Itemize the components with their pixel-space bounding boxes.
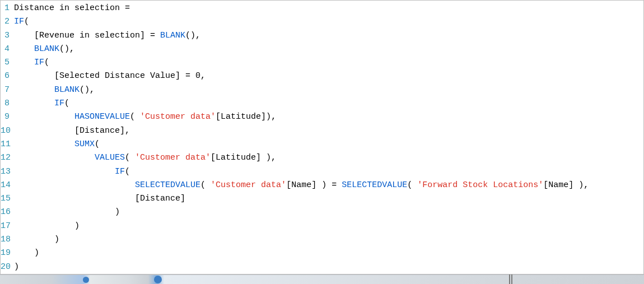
code-token: (),: [80, 85, 95, 95]
map-marker-icon: [83, 277, 89, 283]
code-token: SUMX: [74, 139, 95, 149]
line-number: 19: [1, 246, 10, 260]
code-token: VALUES: [95, 153, 125, 162]
line-number: 5: [1, 56, 10, 69]
code-line[interactable]: SUMX(: [14, 138, 643, 151]
code-token: (: [407, 180, 417, 190]
code-line[interactable]: [Selected Distance Value] = 0,: [14, 69, 643, 83]
line-number: 16: [1, 206, 10, 219]
code-token: ): [14, 262, 19, 272]
line-number: 3: [1, 29, 10, 43]
code-token: BLANK: [54, 85, 80, 95]
code-token: ): [54, 235, 59, 244]
code-token: (: [125, 153, 135, 162]
code-token: 'Forward Stock Locations': [417, 180, 543, 190]
code-token: ): [74, 221, 80, 231]
line-number: 7: [1, 83, 10, 97]
code-token: IF: [14, 17, 24, 26]
divider-bar: [511, 274, 512, 284]
code-token: 0: [195, 71, 200, 81]
line-number: 12: [1, 151, 10, 165]
code-line[interactable]: Distance in selection =: [14, 2, 643, 15]
code-token: (: [130, 112, 140, 122]
code-token: (: [200, 180, 211, 190]
code-line[interactable]: SELECTEDVALUE( 'Customer data'[Name] ) =…: [14, 179, 643, 192]
code-line[interactable]: ): [14, 246, 643, 260]
code-line[interactable]: ): [14, 233, 643, 246]
line-number: 10: [1, 124, 10, 138]
code-line[interactable]: VALUES( 'Customer data'[Latitude] ),: [14, 151, 643, 165]
code-line[interactable]: ): [14, 220, 643, 233]
code-token: 'Customer data': [211, 180, 286, 190]
code-line[interactable]: ): [14, 206, 643, 219]
code-token: (: [24, 17, 29, 26]
line-number: 14: [1, 179, 10, 192]
code-token: IF: [34, 58, 44, 67]
code-token: Distance in selection =: [14, 3, 130, 13]
line-number: 15: [1, 192, 10, 206]
line-number: 20: [1, 260, 10, 274]
code-token: [Revenue in selection] =: [34, 31, 160, 40]
line-number: 18: [1, 233, 10, 246]
code-token: [Selected Distance Value] =: [54, 71, 195, 81]
code-token: ,: [200, 71, 206, 81]
code-line[interactable]: ): [14, 260, 643, 274]
line-number: 9: [1, 110, 10, 124]
code-token: (: [125, 167, 130, 176]
code-line[interactable]: IF(: [14, 15, 643, 29]
code-content-area[interactable]: Distance in selection =IF( [Revenue in s…: [12, 1, 643, 274]
code-line[interactable]: IF(: [14, 97, 643, 110]
code-token: [Latitude]),: [216, 112, 276, 122]
line-number: 4: [1, 43, 10, 56]
code-token: 'Customer data': [140, 112, 216, 122]
line-number: 2: [1, 15, 10, 29]
divider-bar: [509, 274, 510, 284]
background-footer-strip: [0, 274, 644, 284]
code-token: BLANK: [34, 44, 59, 54]
line-number-gutter: 1234567891011121314151617181920: [1, 1, 12, 274]
code-token: SELECTEDVALUE: [342, 180, 407, 190]
code-token: (: [44, 58, 49, 67]
code-token: 'Customer data': [135, 153, 211, 162]
line-number: 6: [1, 69, 10, 83]
code-token: ): [34, 248, 39, 258]
code-token: (: [64, 99, 69, 108]
line-number: 1: [1, 2, 10, 15]
line-number: 17: [1, 220, 10, 233]
code-line[interactable]: [Distance],: [14, 124, 643, 138]
code-line[interactable]: BLANK(),: [14, 43, 643, 56]
code-line[interactable]: HASONEVALUE( 'Customer data'[Latitude]),: [14, 110, 643, 124]
code-token: SELECTEDVALUE: [135, 180, 200, 190]
code-token: (),: [185, 31, 200, 40]
code-token: IF: [115, 167, 125, 176]
code-line[interactable]: [Revenue in selection] = BLANK(),: [14, 29, 643, 43]
code-line[interactable]: IF(: [14, 165, 643, 179]
code-token: IF: [54, 99, 64, 108]
code-token: ): [115, 207, 120, 217]
map-marker-icon: [154, 276, 162, 283]
code-token: [Distance],: [74, 126, 130, 136]
code-token: (: [95, 139, 100, 149]
code-line[interactable]: BLANK(),: [14, 83, 643, 97]
line-number: 13: [1, 165, 10, 179]
code-token: [Latitude] ),: [211, 153, 276, 162]
code-token: [Distance]: [135, 194, 185, 203]
line-number: 11: [1, 138, 10, 151]
code-line[interactable]: IF(: [14, 56, 643, 69]
code-token: [Name] ) =: [286, 180, 342, 190]
line-number: 8: [1, 97, 10, 110]
dax-formula-editor[interactable]: 1234567891011121314151617181920 Distance…: [0, 0, 644, 274]
code-token: (),: [59, 44, 74, 54]
code-token: HASONEVALUE: [74, 112, 130, 122]
code-line[interactable]: [Distance]: [14, 192, 643, 206]
code-token: [Name] ),: [543, 180, 589, 190]
code-token: BLANK: [160, 31, 185, 40]
